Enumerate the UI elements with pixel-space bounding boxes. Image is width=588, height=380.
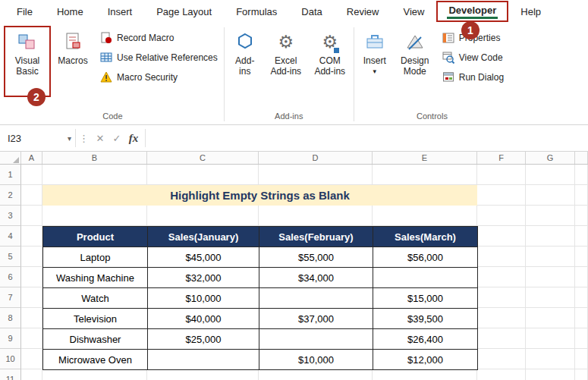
view-code-button[interactable]: View Code (442, 52, 504, 64)
com-add-ins-button[interactable]: ⚙ COM Add-ins (309, 26, 351, 97)
table-header-sales-january[interactable]: Sales(January) (148, 227, 259, 247)
cell[interactable] (526, 206, 575, 226)
cell-sales[interactable] (148, 350, 259, 370)
name-box[interactable]: I23 ▾ (0, 129, 76, 147)
title-cell[interactable]: Highlight Empty Strings as Blank (42, 185, 477, 206)
cell-sales[interactable]: $15,000 (373, 288, 478, 309)
cell[interactable] (21, 247, 42, 267)
cell[interactable] (477, 165, 526, 185)
cell[interactable] (259, 369, 373, 380)
tab-page-layout[interactable]: Page Layout (144, 2, 224, 21)
macros-button[interactable]: Macros (52, 26, 93, 97)
cell[interactable] (42, 206, 147, 226)
tab-review[interactable]: Review (335, 2, 391, 21)
row-header[interactable]: 3 (0, 206, 21, 226)
cell-sales[interactable]: $39,500 (373, 309, 478, 329)
cell-product[interactable]: Television (43, 309, 148, 329)
add-ins-button[interactable]: Add-ins (227, 26, 263, 97)
cell[interactable] (147, 369, 259, 380)
row-header[interactable]: 1 (0, 165, 21, 185)
cell[interactable] (477, 226, 526, 247)
row-header[interactable]: 4 (0, 226, 21, 247)
visual-basic-button[interactable]: Visual Basic (4, 26, 51, 97)
row-header[interactable]: 8 (0, 308, 21, 328)
cell[interactable] (21, 328, 42, 349)
column-header-c[interactable]: C (147, 152, 259, 164)
cell-product[interactable]: Laptop (43, 247, 148, 268)
cell-sales[interactable] (373, 268, 478, 288)
cell-sales[interactable]: $32,000 (148, 268, 259, 288)
enter-icon[interactable]: ✓ (108, 133, 125, 144)
cell[interactable] (526, 369, 575, 380)
formula-bar-splitter-icon[interactable]: ⋮ (76, 133, 92, 144)
cell[interactable] (373, 369, 477, 380)
cell[interactable] (147, 206, 259, 226)
cell[interactable] (21, 369, 42, 380)
column-header-b[interactable]: B (42, 152, 147, 164)
cell-sales[interactable]: $55,000 (259, 247, 373, 268)
cell[interactable] (477, 308, 526, 328)
cell[interactable] (526, 308, 575, 328)
record-macro-button[interactable]: Record Macro (100, 32, 218, 44)
cell-sales[interactable]: $10,000 (148, 288, 259, 309)
select-all-button[interactable] (0, 152, 21, 164)
row-header[interactable]: 7 (0, 287, 21, 308)
insert-control-button[interactable]: Insert ▾ (357, 26, 393, 97)
cell[interactable] (21, 206, 42, 226)
cell[interactable] (477, 328, 526, 349)
tab-help[interactable]: Help (508, 2, 553, 21)
cell-sales[interactable]: $10,000 (259, 350, 373, 370)
macro-security-button[interactable]: Macro Security (100, 71, 218, 83)
cell[interactable] (477, 267, 526, 287)
cell[interactable] (526, 185, 575, 206)
cell-product[interactable]: Microwave Oven (43, 350, 148, 370)
cell-sales[interactable]: $25,000 (148, 329, 259, 350)
row-header[interactable]: 11 (0, 369, 21, 380)
use-relative-references-button[interactable]: Use Relative References (100, 52, 218, 64)
cell[interactable] (526, 328, 575, 349)
cell-product[interactable]: Watch (43, 288, 148, 309)
cell[interactable] (575, 185, 588, 206)
cell[interactable] (575, 226, 588, 247)
cell[interactable] (526, 267, 575, 287)
cell-sales[interactable]: $40,000 (148, 309, 259, 329)
row-header[interactable]: 6 (0, 267, 21, 287)
column-header-g[interactable]: G (526, 152, 575, 164)
cell[interactable] (575, 328, 588, 349)
tab-data[interactable]: Data (289, 2, 334, 21)
cell-sales[interactable]: $12,000 (373, 350, 478, 370)
table-header-sales-march[interactable]: Sales(March) (373, 227, 478, 247)
row-header[interactable]: 10 (0, 349, 21, 369)
cell[interactable] (526, 287, 575, 308)
cell[interactable] (575, 206, 588, 226)
cell-sales[interactable] (259, 329, 373, 350)
cell-product[interactable]: Dishwasher (43, 329, 148, 350)
cell[interactable] (21, 165, 42, 185)
cell-sales[interactable]: $34,000 (259, 268, 373, 288)
cell[interactable] (477, 247, 526, 267)
cell[interactable] (21, 267, 42, 287)
column-header-a[interactable]: A (21, 152, 42, 164)
cell[interactable] (575, 308, 588, 328)
cell[interactable] (477, 369, 526, 380)
cell[interactable] (526, 226, 575, 247)
name-box-dropdown-icon[interactable]: ▾ (68, 134, 71, 143)
formula-input[interactable] (145, 129, 588, 147)
cell[interactable] (21, 308, 42, 328)
row-header[interactable]: 5 (0, 247, 21, 267)
cell-product[interactable]: Washing Machine (43, 268, 148, 288)
cell[interactable] (575, 247, 588, 267)
cell[interactable] (373, 206, 477, 226)
tab-view[interactable]: View (391, 2, 436, 21)
tab-formulas[interactable]: Formulas (224, 2, 289, 21)
column-header-d[interactable]: D (259, 152, 373, 164)
table-header-product[interactable]: Product (43, 227, 148, 247)
tab-file[interactable]: File (5, 2, 45, 21)
cell-sales[interactable]: $37,000 (259, 309, 373, 329)
cell[interactable] (477, 287, 526, 308)
column-header-partial[interactable] (575, 152, 588, 164)
tab-home[interactable]: Home (45, 2, 96, 21)
cell-sales[interactable]: $56,000 (373, 247, 478, 268)
cell[interactable] (147, 165, 259, 185)
cell[interactable] (373, 165, 477, 185)
